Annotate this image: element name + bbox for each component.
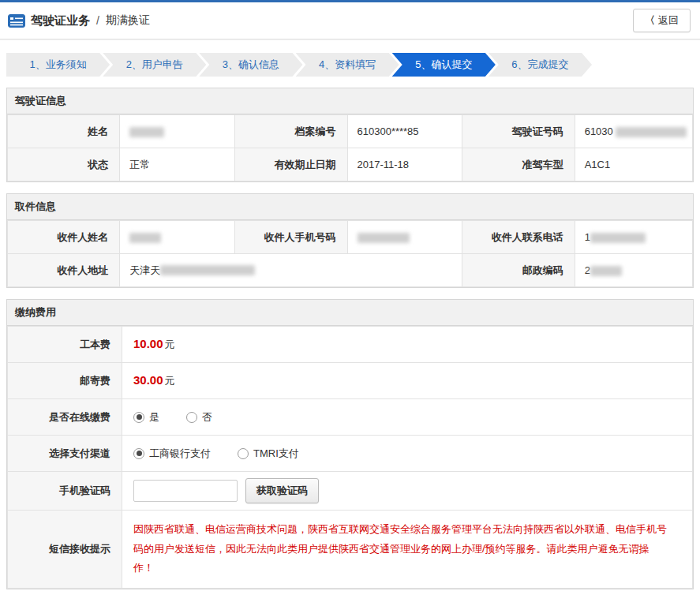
sms-notice-label: 短信接收提示 — [8, 511, 122, 589]
redacted-recipient-mobile — [357, 233, 410, 243]
online-no-label: 否 — [202, 410, 212, 425]
recipient-address-value: 天津天 — [120, 254, 462, 287]
recipient-mobile-label: 收件人手机号码 — [235, 221, 347, 254]
channel-tmri-label: TMRI支付 — [253, 447, 299, 461]
file-no-value: 610300****85 — [347, 115, 462, 148]
step-nav-wrap: 1、业务须知 2、用户申告 3、确认信息 4、资料填写 5、确认提交 6、完成提… — [0, 39, 700, 80]
status-label: 状态 — [8, 148, 120, 181]
page-title-primary: 驾驶证业务 — [31, 13, 90, 28]
step-confirm-info[interactable]: 3、确认信息 — [199, 53, 302, 77]
table-row: 工本费 10.00元 — [8, 327, 693, 363]
production-fee-label: 工本费 — [8, 327, 122, 363]
step-business-notice[interactable]: 1、业务须知 — [6, 53, 110, 77]
back-chevron-icon: 〈 — [645, 13, 655, 28]
valid-until-label: 有效期止日期 — [235, 148, 347, 181]
recipient-mobile-value — [347, 221, 462, 254]
table-row: 选择支付渠道 工商银行支付 TMRI支付 — [8, 436, 693, 472]
recipient-address-label: 收件人地址 — [8, 254, 120, 287]
table-row: 是否在线缴费 是 否 — [8, 399, 693, 436]
channel-icbc-label: 工商银行支付 — [149, 447, 211, 461]
pickup-info-section: 取件信息 收件人姓名 收件人手机号码 收件人联系电话 1 收件人地址 — [6, 193, 694, 288]
fee-unit: 元 — [165, 375, 175, 387]
channel-tmri-option[interactable]: TMRI支付 — [238, 447, 299, 461]
recipient-phone-value: 1 — [575, 221, 692, 254]
license-info-table: 姓名 档案编号 610300****85 驾驶证号码 61030 状态 正常 有… — [7, 114, 693, 181]
name-label: 姓名 — [8, 115, 120, 148]
step-complete-submit[interactable]: 6、完成提交 — [489, 53, 592, 77]
table-row: 收件人地址 天津天 邮政编码 2 — [8, 254, 693, 287]
redacted-recipient-name — [129, 233, 161, 243]
breadcrumb: 驾驶证业务 / 期满换证 — [8, 13, 150, 28]
payment-channel-options: 工商银行支付 TMRI支付 — [122, 436, 693, 472]
license-business-icon — [8, 14, 25, 28]
back-button[interactable]: 〈 返回 — [633, 9, 691, 32]
redacted-recipient-phone — [590, 233, 646, 243]
mailing-fee-value: 30.00元 — [122, 363, 693, 399]
recipient-address-prefix: 天津天 — [129, 264, 160, 276]
fee-unit: 元 — [165, 339, 175, 350]
pickup-info-table: 收件人姓名 收件人手机号码 收件人联系电话 1 收件人地址 天津天 邮政编码 2 — [7, 220, 693, 287]
main-content: 驾驶证信息 姓名 档案编号 610300****85 驾驶证号码 61030 状… — [0, 80, 700, 606]
step-confirm-submit[interactable]: 5、确认提交 — [392, 53, 496, 77]
get-code-button[interactable]: 获取验证码 — [245, 478, 319, 503]
sms-notice-text: 因陕西省联通、电信运营商技术问题，陕西省互联网交通安全综合服务管理平台无法向持陕… — [133, 517, 681, 582]
name-value — [120, 115, 235, 148]
redacted-postal-code — [590, 266, 622, 276]
production-fee-value: 10.00元 — [122, 327, 693, 363]
recipient-name-value — [120, 221, 235, 254]
page-title-secondary: 期满换证 — [106, 13, 150, 28]
radio-unselected-icon[interactable] — [186, 412, 197, 423]
postal-code-prefix: 2 — [585, 265, 590, 277]
vehicle-type-label: 准驾车型 — [462, 148, 575, 181]
sms-code-input[interactable] — [133, 480, 238, 502]
payment-channel-label: 选择支付渠道 — [8, 436, 122, 472]
table-row: 收件人姓名 收件人手机号码 收件人联系电话 1 — [8, 221, 693, 254]
file-no-label: 档案编号 — [235, 115, 347, 148]
channel-icbc-option[interactable]: 工商银行支付 — [133, 447, 211, 461]
sms-code-label: 手机验证码 — [8, 472, 122, 511]
sms-notice-cell: 因陕西省联通、电信运营商技术问题，陕西省互联网交通安全综合服务管理平台无法向持陕… — [122, 511, 693, 589]
status-value: 正常 — [120, 148, 235, 181]
valid-until-value: 2017-11-18 — [347, 148, 462, 181]
table-row: 状态 正常 有效期止日期 2017-11-18 准驾车型 A1C1 — [8, 148, 693, 181]
mailing-fee-label: 邮寄费 — [8, 363, 122, 399]
page: 驾驶证业务 / 期满换证 〈 返回 1、业务须知 2、用户申告 3、确认信息 4… — [0, 0, 700, 606]
postal-code-label: 邮政编码 — [462, 254, 575, 287]
pickup-info-section-title: 取件信息 — [7, 194, 693, 220]
postal-code-value: 2 — [575, 254, 692, 287]
redacted-name — [129, 127, 164, 137]
vehicle-type-value: A1C1 — [575, 148, 692, 181]
radio-selected-icon[interactable] — [133, 448, 144, 459]
recipient-phone-prefix: 1 — [585, 232, 590, 244]
table-row: 短信接收提示 因陕西省联通、电信运营商技术问题，陕西省互联网交通安全综合服务管理… — [8, 511, 693, 589]
online-payment-label: 是否在线缴费 — [8, 399, 122, 436]
step-nav: 1、业务须知 2、用户申告 3、确认信息 4、资料填写 5、确认提交 6、完成提… — [6, 53, 592, 77]
back-button-label: 返回 — [658, 13, 679, 28]
radio-selected-icon[interactable] — [133, 412, 144, 423]
step-fill-info[interactable]: 4、资料填写 — [296, 53, 399, 77]
online-no-option[interactable]: 否 — [186, 410, 212, 425]
payment-table: 工本费 10.00元 邮寄费 30.00元 是否在线缴费 — [7, 326, 693, 589]
step-user-declaration[interactable]: 2、用户申告 — [103, 53, 206, 77]
production-fee-amount: 10.00 — [133, 337, 163, 350]
license-no-value: 61030 — [575, 115, 692, 148]
online-payment-options: 是 否 — [122, 399, 693, 436]
footer-actions: 上一步 完成 — [6, 600, 694, 606]
payment-section: 缴纳费用 工本费 10.00元 邮寄费 30.00元 是否在线缴费 — [6, 299, 694, 589]
header: 驾驶证业务 / 期满换证 〈 返回 — [0, 2, 700, 39]
license-info-section-title: 驾驶证信息 — [7, 88, 693, 114]
payment-section-title: 缴纳费用 — [7, 300, 693, 326]
redacted-license-no — [616, 127, 687, 137]
license-no-prefix: 61030 — [585, 126, 613, 138]
online-yes-option[interactable]: 是 — [133, 410, 159, 425]
redacted-recipient-address — [160, 265, 255, 275]
sms-code-field-row: 获取验证码 — [122, 472, 693, 511]
mailing-fee-amount: 30.00 — [133, 373, 163, 387]
recipient-name-label: 收件人姓名 — [8, 221, 120, 254]
license-no-label: 驾驶证号码 — [462, 115, 575, 148]
radio-unselected-icon[interactable] — [238, 448, 249, 459]
recipient-phone-label: 收件人联系电话 — [462, 221, 575, 254]
table-row: 邮寄费 30.00元 — [8, 363, 693, 399]
online-yes-label: 是 — [149, 410, 159, 425]
breadcrumb-separator: / — [96, 14, 99, 27]
